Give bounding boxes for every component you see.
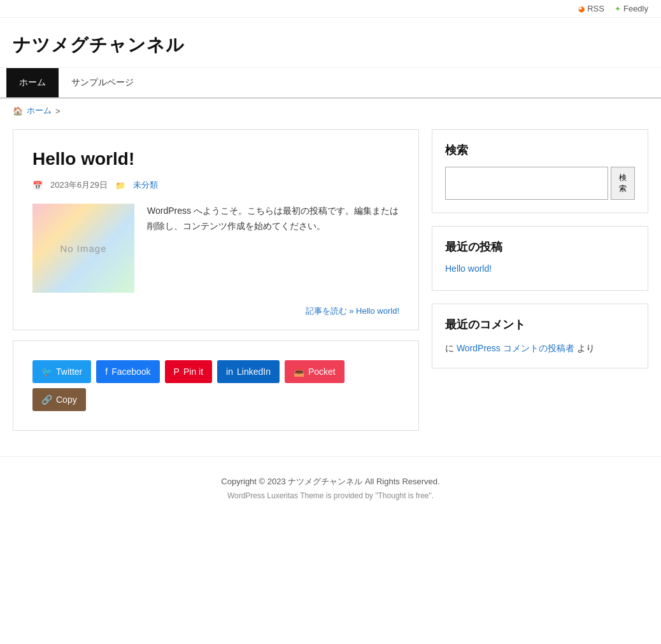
- pinterest-icon: P: [174, 367, 180, 377]
- rss-icon: ◕: [578, 4, 585, 13]
- sidebar: 検索 検 索 最近の投稿 Hello world! 最近のコメント に Word…: [432, 129, 648, 431]
- main-nav: ホーム サンプルページ: [0, 68, 661, 99]
- home-icon: 🏠: [13, 106, 23, 116]
- recent-posts-widget: 最近の投稿 Hello world!: [432, 226, 648, 291]
- recent-posts-title: 最近の投稿: [445, 239, 635, 255]
- facebook-label: Facebook: [111, 367, 150, 377]
- comment-suffix: より: [577, 343, 595, 353]
- feedly-link[interactable]: ✦ Feedly: [615, 4, 648, 13]
- content-area: Hello world! 📅 2023年6月29日 📁 未分類 No Image…: [13, 129, 419, 431]
- search-widget-title: 検索: [445, 143, 635, 158]
- read-more-link[interactable]: 記事を読む » Hello world!: [306, 306, 399, 316]
- recent-posts-list: Hello world!: [445, 263, 635, 274]
- commenter-link[interactable]: WordPress コメントの投稿者: [457, 343, 574, 353]
- feedly-label: Feedly: [623, 4, 648, 13]
- recent-post-link[interactable]: Hello world!: [445, 263, 492, 274]
- linkedin-share-button[interactable]: in LinkedIn: [217, 360, 280, 383]
- post-category[interactable]: 未分類: [133, 179, 158, 191]
- copy-icon: 🔗: [41, 395, 52, 405]
- nav-item-sample[interactable]: サンプルページ: [59, 68, 146, 97]
- site-header: ナツメグチャンネル: [0, 18, 661, 68]
- linkedin-icon: in: [226, 367, 233, 377]
- pocket-icon: 📥: [294, 367, 304, 377]
- no-image-placeholder: No Image: [32, 204, 134, 293]
- twitter-label: Twitter: [56, 367, 82, 377]
- linkedin-label: LinkedIn: [237, 367, 271, 377]
- post-card: Hello world! 📅 2023年6月29日 📁 未分類 No Image…: [13, 129, 419, 330]
- folder-icon: 📁: [115, 181, 125, 190]
- search-button[interactable]: 検 索: [611, 167, 635, 200]
- search-row: 検 索: [445, 167, 635, 200]
- pinterest-label: Pin it: [183, 367, 203, 377]
- read-more: 記事を読む » Hello world!: [32, 305, 399, 317]
- pocket-share-button[interactable]: 📥 Pocket: [285, 360, 345, 383]
- copy-share-button[interactable]: 🔗 Copy: [32, 388, 86, 411]
- search-input[interactable]: [445, 167, 608, 200]
- footer-credit: WordPress Luxeritas Theme is provided by…: [13, 491, 648, 500]
- rss-label: RSS: [587, 4, 604, 13]
- comment-text: に WordPress コメントの投稿者 より: [445, 341, 635, 355]
- comment-prefix: に: [445, 343, 454, 353]
- breadcrumb-home-link[interactable]: ホーム: [27, 105, 52, 116]
- facebook-icon: f: [105, 367, 108, 377]
- pinterest-share-button[interactable]: P Pin it: [165, 360, 212, 383]
- post-date: 2023年6月29日: [50, 179, 108, 191]
- site-title: ナツメグチャンネル: [13, 33, 648, 57]
- share-card: 🐦 Twitter f Facebook P Pin it in LinkedI…: [13, 340, 419, 431]
- post-meta: 📅 2023年6月29日 📁 未分類: [32, 179, 399, 191]
- calendar-icon: 📅: [32, 181, 43, 190]
- feedly-icon: ✦: [615, 4, 621, 13]
- recent-comments-widget: 最近のコメント に WordPress コメントの投稿者 より: [432, 304, 648, 368]
- share-buttons: 🐦 Twitter f Facebook P Pin it in LinkedI…: [32, 360, 399, 411]
- post-body: No Image WordPress へようこそ。こちらは最初の投稿です。編集ま…: [32, 204, 399, 293]
- post-title: Hello world!: [32, 149, 399, 169]
- rss-link[interactable]: ◕ RSS: [578, 4, 604, 13]
- list-item: Hello world!: [445, 263, 635, 274]
- copy-label: Copy: [56, 395, 77, 405]
- footer-copyright: Copyright © 2023 ナツメグチャンネル All Rights Re…: [13, 476, 648, 487]
- recent-comments-title: 最近のコメント: [445, 317, 635, 332]
- top-bar: ◕ RSS ✦ Feedly: [0, 0, 661, 18]
- main-layout: Hello world! 📅 2023年6月29日 📁 未分類 No Image…: [0, 123, 661, 444]
- post-excerpt: WordPress へようこそ。こちらは最初の投稿です。編集または削除し、コンテ…: [147, 204, 399, 293]
- nav-item-home[interactable]: ホーム: [6, 68, 59, 97]
- pocket-label: Pocket: [308, 367, 336, 377]
- breadcrumb: 🏠 ホーム >: [0, 99, 661, 123]
- site-footer: Copyright © 2023 ナツメグチャンネル All Rights Re…: [0, 456, 661, 519]
- search-widget: 検索 検 索: [432, 129, 648, 213]
- twitter-icon: 🐦: [41, 367, 52, 377]
- no-image-text: No Image: [60, 243, 106, 254]
- twitter-share-button[interactable]: 🐦 Twitter: [32, 360, 91, 383]
- facebook-share-button[interactable]: f Facebook: [96, 360, 159, 383]
- breadcrumb-separator: >: [55, 106, 60, 116]
